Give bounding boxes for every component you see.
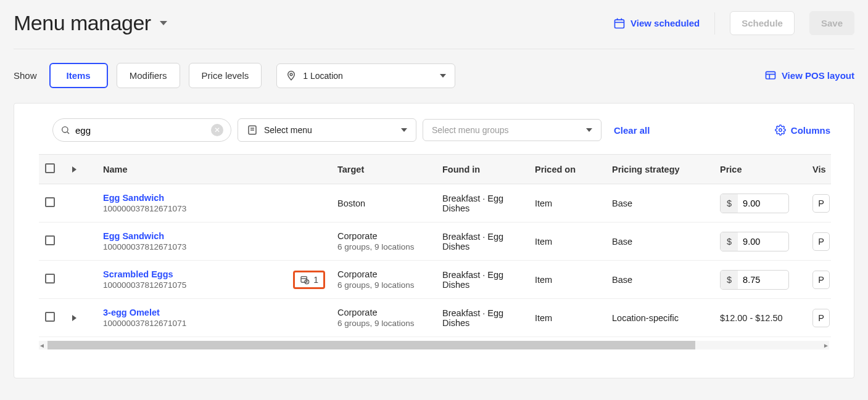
- row-checkbox[interactable]: [45, 197, 55, 207]
- select-all-checkbox[interactable]: [45, 163, 55, 173]
- view-pos-layout-button[interactable]: View POS layout: [764, 70, 854, 82]
- search-icon: [60, 125, 70, 135]
- currency-label: $: [721, 271, 738, 289]
- item-name-link[interactable]: Scrambled Eggs: [103, 269, 186, 279]
- title-dropdown-icon[interactable]: [160, 21, 167, 25]
- search-input-wrap: ✕: [52, 118, 231, 142]
- location-label: 1 Location: [303, 71, 343, 81]
- select-menu-groups-dropdown[interactable]: Select menu groups: [423, 119, 601, 141]
- menu-icon: [247, 124, 258, 136]
- expand-all-icon[interactable]: [72, 166, 76, 173]
- item-id: 100000037812671073: [103, 204, 186, 213]
- calendar-icon: [613, 17, 626, 30]
- divider: [714, 12, 715, 35]
- priced-on-value: Item: [529, 261, 606, 299]
- columns-label: Columns: [791, 125, 830, 136]
- col-name[interactable]: Name: [97, 155, 331, 184]
- content-card: ✕ Select menu Select menu groups Clear a…: [14, 103, 854, 378]
- table-row: Scrambled Eggs1000000378126710751Corpora…: [39, 261, 831, 299]
- chevron-down-icon: [586, 128, 592, 132]
- strategy-value: Base: [606, 261, 714, 299]
- tab-price-levels[interactable]: Price levels: [189, 63, 262, 88]
- scheduled-badge[interactable]: 1: [293, 271, 325, 289]
- col-target[interactable]: Target: [331, 155, 436, 184]
- columns-button[interactable]: Columns: [775, 124, 830, 136]
- currency-label: $: [721, 232, 738, 251]
- visibility-button[interactable]: P: [812, 194, 830, 213]
- found-in-value: Breakfast · Egg Dishes: [436, 299, 529, 337]
- gear-icon: [775, 124, 786, 136]
- location-select[interactable]: 1 Location: [276, 63, 455, 88]
- view-scheduled-button[interactable]: View scheduled: [613, 17, 700, 30]
- chevron-down-icon: [440, 74, 446, 78]
- col-strategy[interactable]: Pricing strategy: [606, 155, 714, 184]
- search-input[interactable]: [75, 125, 206, 136]
- expand-row-icon[interactable]: [72, 315, 76, 321]
- target-value: Boston: [337, 198, 430, 208]
- target-sub: 6 groups, 9 locations: [337, 242, 430, 251]
- price-input[interactable]: [738, 232, 781, 251]
- select-groups-label: Select menu groups: [432, 125, 509, 135]
- tab-items[interactable]: Items: [49, 63, 108, 88]
- view-pos-label: View POS layout: [782, 70, 854, 81]
- item-name-link[interactable]: Egg Sandwich: [103, 193, 186, 203]
- svg-point-13: [779, 129, 782, 132]
- layout-icon: [764, 70, 777, 82]
- table-row: Egg Sandwich100000037812671073Corporate6…: [39, 222, 831, 261]
- select-menu-dropdown[interactable]: Select menu: [238, 118, 416, 142]
- priced-on-value: Item: [529, 184, 606, 222]
- col-foundin[interactable]: Found in: [436, 155, 529, 184]
- svg-rect-14: [301, 276, 307, 282]
- price-input-wrap: $: [720, 232, 789, 251]
- svg-rect-0: [615, 20, 624, 28]
- scheduled-count: 1: [313, 275, 318, 285]
- show-label: Show: [14, 70, 37, 81]
- svg-line-9: [67, 132, 69, 134]
- page-title: Menu manager: [14, 11, 151, 35]
- table-row: 3-egg Omelet100000037812671071Corporate6…: [39, 299, 831, 337]
- table-row: Egg Sandwich100000037812671073BostonBrea…: [39, 184, 831, 222]
- save-button[interactable]: Save: [809, 11, 854, 35]
- visibility-button[interactable]: P: [812, 232, 830, 251]
- found-in-value: Breakfast · Egg Dishes: [436, 261, 529, 299]
- filter-bar: Show Items Modifiers Price levels 1 Loca…: [14, 49, 854, 103]
- currency-label: $: [721, 194, 738, 213]
- found-in-value: Breakfast · Egg Dishes: [436, 222, 529, 261]
- price-text: $12.00 - $12.50: [714, 299, 806, 337]
- chevron-down-icon: [401, 128, 407, 132]
- strategy-value: Location-specific: [606, 299, 714, 337]
- item-name-link[interactable]: 3-egg Omelet: [103, 308, 186, 317]
- svg-line-18: [307, 282, 308, 282]
- row-checkbox[interactable]: [45, 312, 55, 322]
- price-input-wrap: $: [720, 194, 789, 213]
- horizontal-scrollbar[interactable]: ◄ ►: [39, 341, 829, 349]
- col-pricedon[interactable]: Priced on: [529, 155, 606, 184]
- target-value: Corporate: [337, 231, 430, 241]
- items-table: Name Target Found in Priced on Pricing s…: [39, 154, 831, 337]
- item-id: 100000037812671073: [103, 242, 186, 251]
- clear-all-button[interactable]: Clear all: [614, 125, 650, 136]
- select-menu-label: Select menu: [264, 125, 312, 135]
- col-vis[interactable]: Vis: [806, 155, 831, 184]
- page-header: Menu manager View scheduled Schedule Sav…: [14, 0, 854, 49]
- svg-point-4: [290, 73, 292, 75]
- svg-rect-5: [766, 71, 775, 79]
- schedule-button[interactable]: Schedule: [730, 11, 795, 35]
- col-price[interactable]: Price: [714, 155, 806, 184]
- scrollbar-thumb[interactable]: [48, 341, 695, 349]
- row-checkbox[interactable]: [45, 235, 55, 245]
- item-id: 100000037812671075: [103, 280, 186, 290]
- scroll-left-icon[interactable]: ◄: [39, 342, 45, 349]
- scroll-right-icon[interactable]: ►: [823, 342, 829, 349]
- price-input-wrap: $: [720, 270, 789, 290]
- tab-modifiers[interactable]: Modifiers: [117, 63, 180, 88]
- visibility-button[interactable]: P: [812, 271, 830, 289]
- row-checkbox[interactable]: [45, 274, 55, 284]
- target-sub: 6 groups, 9 locations: [337, 319, 430, 328]
- visibility-button[interactable]: P: [812, 309, 830, 327]
- clear-search-icon[interactable]: ✕: [211, 124, 223, 136]
- priced-on-value: Item: [529, 222, 606, 261]
- item-name-link[interactable]: Egg Sandwich: [103, 231, 186, 241]
- price-input[interactable]: [738, 194, 781, 213]
- price-input[interactable]: [738, 271, 781, 289]
